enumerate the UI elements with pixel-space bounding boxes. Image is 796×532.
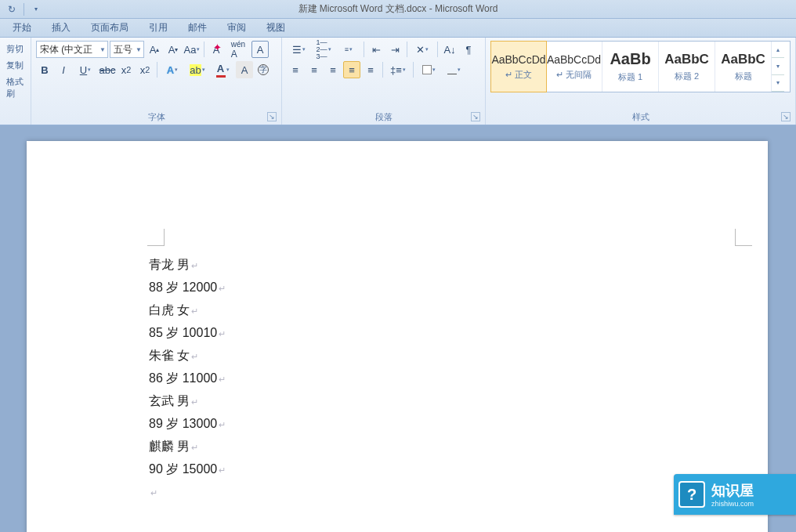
styles-group-label: 样式↘ [490,108,791,125]
character-border-button[interactable]: A [251,41,269,58]
watermark-subtitle: zhishiwu.com [711,500,754,508]
style-gallery-scroll[interactable]: ▴▾▾ [772,42,784,92]
style-label: 标题 2 [675,71,699,82]
sort-button[interactable]: A↓ [441,41,458,58]
tab-home[interactable]: 开始 [3,19,41,37]
format-painter-button[interactable]: 格式刷 [5,74,26,102]
subscript-button[interactable]: x2 [118,61,135,78]
style-heading2[interactable]: AaBbC标题 2 [659,42,715,92]
style-label: ↵ 无间隔 [556,69,592,81]
doc-line[interactable]: 88 岁 12000 [149,277,226,299]
enclose-characters-button[interactable]: 字 [255,61,272,78]
doc-line[interactable]: 麒麟 男 [149,436,226,458]
separator [364,42,364,57]
scroll-down-icon[interactable]: ▾ [772,58,784,74]
margin-corner [147,229,165,246]
font-size-combo[interactable]: 五号▼ [110,41,144,58]
style-preview: AaBbC [664,52,709,67]
quick-access-toolbar: ↻ ▾ [0,2,43,16]
doc-line[interactable]: 85 岁 10010 [149,322,226,345]
watermark-title: 知识屋 [711,481,754,500]
asian-layout-button[interactable]: ✕▾ [411,41,434,58]
tab-references[interactable]: 引用 [139,19,177,37]
paragraph-group-label: 段落↘ [287,108,480,125]
tab-mailings[interactable]: 邮件 [179,19,216,37]
style-preview: AaBbCcDd [491,53,545,66]
bold-button[interactable]: B [36,61,53,78]
font-family-value: 宋体 (中文正 [40,43,92,56]
grow-font-button[interactable]: A▴ [146,41,163,58]
title-bar: ↻ ▾ 新建 Microsoft Word 文档.docx - Microsof… [0,0,796,19]
tab-insert[interactable]: 插入 [42,19,80,37]
align-right-button[interactable]: ≡ [324,61,342,78]
style-nospacing[interactable]: AaBbCcDd↵ 无间隔 [546,42,602,92]
italic-button[interactable]: I [55,61,72,78]
align-justify-button[interactable]: ≡ [343,61,360,78]
strikethrough-button[interactable]: abc [99,61,116,78]
separator [157,62,157,78]
margin-corner [735,229,752,246]
tab-review[interactable]: 审阅 [218,19,255,37]
align-center-button[interactable]: ≡ [306,61,323,78]
doc-line[interactable]: 玄武 男 [149,390,226,413]
doc-line[interactable]: 90 岁 15000 [149,458,226,481]
phonetic-guide-button[interactable]: wénA [226,41,250,58]
refresh-icon[interactable]: ↻ [5,2,19,16]
increase-indent-button[interactable]: ⇥ [386,41,403,58]
document-page[interactable]: 青龙 男 88 岁 12000 白虎 女 85 岁 10010 朱雀 女 86 … [27,141,768,532]
qat-more-icon[interactable]: ▾ [29,2,43,16]
font-family-combo[interactable]: 宋体 (中文正▼ [36,41,108,58]
style-label: ↵ 正文 [505,69,532,81]
show-marks-button[interactable]: ¶ [460,41,477,58]
align-distribute-button[interactable]: ≡ [362,61,379,78]
doc-line-empty[interactable] [149,481,226,504]
doc-line[interactable]: 朱雀 女 [149,345,226,367]
doc-line[interactable]: 青龙 男 [149,254,226,277]
shading-button[interactable]: ▾ [417,61,440,78]
clear-formatting-button[interactable]: A✦ [208,41,225,58]
bullets-button[interactable]: ☰▾ [287,41,310,58]
dialog-launcher-icon[interactable]: ↘ [781,112,791,121]
style-heading1[interactable]: AaBb标题 1 [602,42,659,92]
line-spacing-button[interactable]: ‡≡▾ [386,61,410,78]
styles-group: AaBbCcDd↵ 正文 AaBbCcDd↵ 无间隔 AaBb标题 1 AaBb… [486,38,796,125]
style-label: 标题 [735,71,752,82]
expand-gallery-icon[interactable]: ▾ [772,75,784,92]
style-normal[interactable]: AaBbCcDd↵ 正文 [490,41,547,92]
highlight-button[interactable]: ab▾ [186,61,209,78]
ribbon: 剪切 复制 格式刷 宋体 (中文正▼ 五号▼ A▴ A▾ Aa▾ A✦ wénA… [0,38,796,125]
doc-line[interactable]: 89 岁 13000 [149,413,226,436]
cut-button[interactable]: 剪切 [5,41,26,57]
text-effects-button[interactable]: A▾ [161,61,184,78]
dialog-launcher-icon[interactable]: ↘ [471,112,480,121]
doc-line[interactable]: 白虎 女 [149,299,226,322]
dialog-launcher-icon[interactable]: ↘ [267,112,277,121]
document-content[interactable]: 青龙 男 88 岁 12000 白虎 女 85 岁 10010 朱雀 女 86 … [149,254,226,504]
font-color-button[interactable]: A▾ [211,61,234,78]
align-left-button[interactable]: ≡ [287,61,304,78]
font-group-label: 字体↘ [36,108,277,125]
copy-button[interactable]: 复制 [5,57,26,74]
character-shading-button[interactable]: A [236,61,253,78]
style-title[interactable]: AaBbC标题 [715,42,772,92]
menu-bar: 开始 插入 页面布局 引用 邮件 审阅 视图 [0,19,796,38]
style-label: 标题 1 [618,71,642,83]
tab-view[interactable]: 视图 [257,19,295,37]
numbering-button[interactable]: 1—2—3—▾ [312,41,335,58]
qat-separator [24,3,24,16]
document-area: 青龙 男 88 岁 12000 白虎 女 85 岁 10010 朱雀 女 86 … [0,125,796,532]
decrease-indent-button[interactable]: ⇤ [367,41,385,58]
separator [437,42,438,57]
shrink-font-button[interactable]: A▾ [165,41,182,58]
multilevel-list-button[interactable]: ≡▾ [337,41,360,58]
clipboard-group: 剪切 复制 格式刷 [0,38,31,125]
separator [413,62,414,78]
tab-pagelayout[interactable]: 页面布局 [81,19,138,37]
underline-button[interactable]: U▾ [74,61,97,78]
change-case-button[interactable]: Aa▾ [183,41,201,58]
style-preview: AaBb [610,50,650,68]
borders-button[interactable]: ▾ [442,61,465,78]
superscript-button[interactable]: x2 [136,61,154,78]
doc-line[interactable]: 86 岁 11000 [149,367,226,390]
scroll-up-icon[interactable]: ▴ [772,42,784,58]
